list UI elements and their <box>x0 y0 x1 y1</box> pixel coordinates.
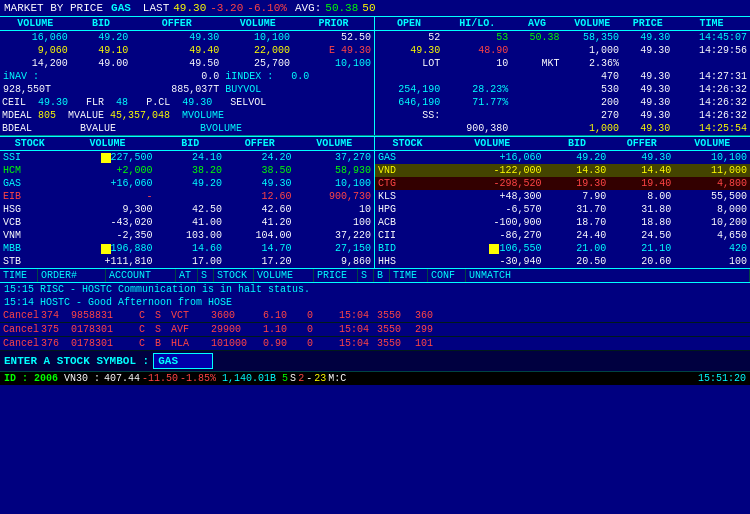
sl-col-stock: STOCK <box>0 137 60 151</box>
price-row-inavbuyvol: iNAV : 0.0 iINDEX : 0.0 <box>0 70 374 83</box>
stock-row: HHS -30,940 20.50 20.60 100 <box>375 255 750 268</box>
stock-row: MBB 196,880 14.60 14.70 27,150 <box>0 242 374 255</box>
right-price-row: 900,380 1,000 49.30 14:25:54 <box>375 122 750 135</box>
ocol-time: TIME <box>0 269 38 282</box>
right-price-row: 646,190 71.77% 200 49.30 14:26:32 <box>375 96 750 109</box>
ocol-stock: STOCK <box>214 269 254 282</box>
right-price-panel: OPEN HI/LO. AVG VOLUME PRICE TIME 52 53 … <box>375 17 750 135</box>
stock-row: KLS +48,300 7.90 8.00 55,500 <box>375 190 750 203</box>
stock-row-ctg: CTG -298,520 19.30 19.40 4,800 <box>375 177 750 190</box>
stock-row: SSI 227,500 24.10 24.20 37,270 <box>0 151 374 165</box>
info-row2: MDEAL 805 MVALUE 45,357,048 MVOLUME <box>0 109 374 122</box>
avg-label: AVG: <box>295 2 321 14</box>
stock-right-table: STOCK VOLUME BID OFFER VOLUME GAS +16,06… <box>375 137 750 268</box>
last-val: 49.30 <box>173 2 206 14</box>
stock-row: CII -86,270 24.40 24.50 4,650 <box>375 229 750 242</box>
stock-right: STOCK VOLUME BID OFFER VOLUME GAS +16,06… <box>375 137 750 268</box>
flr-val: 48 <box>116 97 128 108</box>
right-price-row: 470 49.30 14:27:31 <box>375 70 750 83</box>
clock: 15:51:20 <box>698 373 746 384</box>
avg-val: 50.38 <box>325 2 358 14</box>
mc-label: M:C <box>328 373 346 384</box>
col-avg: AVG <box>511 17 562 31</box>
ocol-s2: S <box>358 269 374 282</box>
msg-row-2: 15:14 HOSTC - Good Afternoon from HOSE <box>0 296 750 309</box>
msg-row-1: 15:15 RISC - HOSTC Communication is in h… <box>0 283 750 296</box>
stock-symbol-input[interactable] <box>153 353 213 369</box>
info-row: CEIL 49.30 FLR 48 P.CL 49.30 SELVOL <box>0 96 374 109</box>
sl-col-volume: VOLUME <box>60 137 156 151</box>
s-label: S <box>290 373 296 384</box>
sr-col-offer: OFFER <box>609 137 674 151</box>
ocol-volume: VOLUME <box>254 269 314 282</box>
order-row-cancel-375: Cancel 375 0178301 C S AVF 29900 1.10 0 … <box>0 323 750 337</box>
change: -3.20 <box>210 2 243 14</box>
vn30-total: 1,140.01B <box>222 373 276 384</box>
market-title: MARKET BY PRICE <box>4 2 103 14</box>
stock-row: VNM -2,350 103.00 104.00 37,220 <box>0 229 374 242</box>
stock-row: HPG -6,570 31.70 31.80 8,000 <box>375 203 750 216</box>
top-price-area: VOLUME BID OFFER VOLUME PRIOR 16,060 49.… <box>0 17 750 136</box>
stock-left: STOCK VOLUME BID OFFER VOLUME SSI 227,50… <box>0 137 375 268</box>
ocol-time2: TIME <box>390 269 428 282</box>
sr-col-stock: STOCK <box>375 137 440 151</box>
ocol-at: AT <box>176 269 198 282</box>
mc-num: 23 <box>314 373 326 384</box>
ocol-order: ORDER# <box>38 269 106 282</box>
col-bid: BID <box>71 17 132 31</box>
b-val: 5 <box>282 373 288 384</box>
stock-tables: STOCK VOLUME BID OFFER VOLUME SSI 227,50… <box>0 136 750 268</box>
info-row3: BDEAL BVALUE BVOLUME <box>0 122 374 135</box>
ocol-b: B <box>374 269 390 282</box>
sr-col-volume: VOLUME <box>440 137 545 151</box>
right-price-row: LOT 10 MKT 2.36% <box>375 57 750 70</box>
stock-row: GAS +16,060 49.20 49.30 10,100 <box>375 151 750 165</box>
ceil-val: 49.30 <box>38 97 68 108</box>
sl-col-offer: OFFER <box>225 137 295 151</box>
order-section: TIME ORDER# ACCOUNT AT S STOCK VOLUME PR… <box>0 268 750 351</box>
left-price-panel: VOLUME BID OFFER VOLUME PRIOR 16,060 49.… <box>0 17 375 135</box>
right-price-table: OPEN HI/LO. AVG VOLUME PRICE TIME 52 53 … <box>375 17 750 135</box>
input-label: ENTER A STOCK SYMBOL : <box>4 355 149 367</box>
ocol-s: S <box>198 269 214 282</box>
col-prior: PRIOR <box>293 17 374 31</box>
last-label: LAST <box>143 2 169 14</box>
vn30-change-pct: -1.85% <box>180 373 216 384</box>
col-hilo: HI/LO. <box>443 17 511 31</box>
vn30-label: VN30 : <box>64 373 100 384</box>
stock-row: ACB -100,900 18.70 18.80 10,200 <box>375 216 750 229</box>
stock-row-vnd: VND -122,000 14.30 14.40 11,000 <box>375 164 750 177</box>
right-price-row: SS: 270 49.30 14:26:32 <box>375 109 750 122</box>
header-bar: MARKET BY PRICE GAS LAST 49.30 -3.20 -6.… <box>0 0 750 17</box>
ocol-price: PRICE <box>314 269 358 282</box>
right-price-row: 52 53 50.38 58,350 49.30 14:45:07 <box>375 31 750 45</box>
pcl-val: 49.30 <box>182 97 212 108</box>
order-header: TIME ORDER# ACCOUNT AT S STOCK VOLUME PR… <box>0 269 750 283</box>
vn30-val: 407.44 <box>104 373 140 384</box>
sr-col-ovol: VOLUME <box>674 137 750 151</box>
vn30-change: -11.50 <box>142 373 178 384</box>
col-volume1: VOLUME <box>0 17 71 31</box>
sl-col-bid: BID <box>156 137 226 151</box>
stock-row: BID 106,550 21.00 21.10 420 <box>375 242 750 255</box>
ocol-conf: CONF <box>428 269 466 282</box>
stock-left-table: STOCK VOLUME BID OFFER VOLUME SSI 227,50… <box>0 137 374 268</box>
stock-row: HCM +2,000 38.20 38.50 58,930 <box>0 164 374 177</box>
col-volume2: VOLUME <box>222 17 293 31</box>
change-pct: -6.10% <box>247 2 287 14</box>
price-row-buyvol: 928,550T 885,037T BUYVOL <box>0 83 374 96</box>
col-time: TIME <box>673 17 750 31</box>
price-row: 14,200 49.00 49.50 25,700 10,100 <box>0 57 374 70</box>
symbol: GAS <box>111 2 131 14</box>
stock-row: GAS +16,060 49.20 49.30 10,100 <box>0 177 374 190</box>
sr-col-bid: BID <box>544 137 609 151</box>
col-rvol: VOLUME <box>562 17 622 31</box>
order-row-cancel-374: Cancel 374 9858831 C S VCT 3600 6.10 0 1… <box>0 309 750 323</box>
col-open: OPEN <box>375 17 443 31</box>
stock-row: STB +111,810 17.00 17.20 9,860 <box>0 255 374 268</box>
col-price: PRICE <box>622 17 673 31</box>
price-row: 9,060 49.10 49.40 22,000 E 49.30 <box>0 44 374 57</box>
id-label: ID : 2006 <box>4 373 58 384</box>
col-offer: OFFER <box>131 17 222 31</box>
right-price-row: 49.30 48.90 1,000 49.30 14:29:56 <box>375 44 750 57</box>
